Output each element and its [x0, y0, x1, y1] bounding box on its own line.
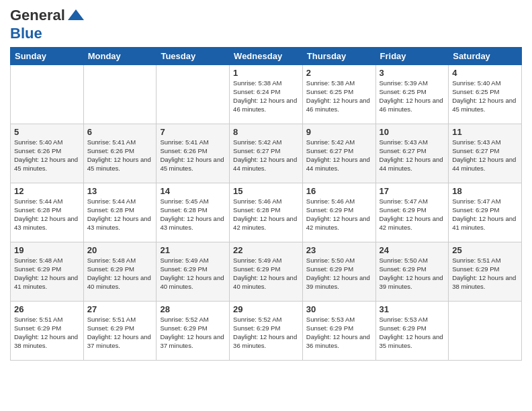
page-container: General Blue SundayMondayTuesdayWednesda…	[0, 0, 532, 367]
day-info: Sunrise: 5:48 AM Sunset: 6:29 PM Dayligh…	[87, 257, 153, 291]
weekday-thursday: Thursday	[302, 48, 375, 65]
week-row-3: 12 Sunrise: 5:44 AM Sunset: 6:28 PM Dayl…	[11, 183, 522, 242]
day-cell: 30 Sunrise: 5:53 AM Sunset: 6:29 PM Dayl…	[302, 302, 375, 361]
day-cell: 13 Sunrise: 5:44 AM Sunset: 6:28 PM Dayl…	[83, 183, 157, 242]
day-number: 28	[160, 304, 226, 314]
day-info: Sunrise: 5:46 AM Sunset: 6:28 PM Dayligh…	[233, 197, 299, 232]
day-cell	[11, 65, 84, 124]
day-number: 8	[233, 127, 299, 137]
day-number: 22	[233, 245, 299, 255]
day-cell	[157, 65, 230, 124]
calendar-table: SundayMondayTuesdayWednesdayThursdayFrid…	[10, 47, 522, 361]
day-info: Sunrise: 5:43 AM Sunset: 6:27 PM Dayligh…	[380, 138, 445, 173]
day-cell: 5 Sunrise: 5:40 AM Sunset: 6:26 PM Dayli…	[11, 124, 84, 183]
week-row-2: 5 Sunrise: 5:40 AM Sunset: 6:26 PM Dayli…	[11, 124, 522, 183]
day-info: Sunrise: 5:44 AM Sunset: 6:28 PM Dayligh…	[87, 197, 153, 232]
day-number: 3	[380, 68, 445, 78]
day-info: Sunrise: 5:51 AM Sunset: 6:29 PM Dayligh…	[452, 257, 518, 291]
weekday-monday: Monday	[83, 48, 157, 65]
day-info: Sunrise: 5:51 AM Sunset: 6:29 PM Dayligh…	[14, 316, 80, 350]
day-info: Sunrise: 5:38 AM Sunset: 6:24 PM Dayligh…	[233, 79, 299, 113]
day-info: Sunrise: 5:41 AM Sunset: 6:26 PM Dayligh…	[87, 138, 153, 173]
day-cell: 14 Sunrise: 5:45 AM Sunset: 6:28 PM Dayl…	[157, 183, 230, 242]
day-number: 27	[87, 304, 153, 314]
weekday-saturday: Saturday	[449, 48, 522, 65]
day-number: 15	[233, 186, 299, 196]
day-number: 7	[160, 127, 226, 137]
day-cell: 1 Sunrise: 5:38 AM Sunset: 6:24 PM Dayli…	[230, 65, 303, 124]
week-row-4: 19 Sunrise: 5:48 AM Sunset: 6:29 PM Dayl…	[11, 242, 522, 302]
day-cell	[449, 302, 522, 361]
day-info: Sunrise: 5:39 AM Sunset: 6:25 PM Dayligh…	[380, 79, 445, 113]
day-cell: 8 Sunrise: 5:42 AM Sunset: 6:27 PM Dayli…	[230, 124, 303, 183]
day-info: Sunrise: 5:47 AM Sunset: 6:29 PM Dayligh…	[452, 197, 518, 232]
day-number: 2	[306, 68, 372, 78]
day-info: Sunrise: 5:46 AM Sunset: 6:29 PM Dayligh…	[306, 197, 372, 232]
day-number: 25	[452, 245, 518, 255]
day-cell: 7 Sunrise: 5:41 AM Sunset: 6:26 PM Dayli…	[157, 124, 230, 183]
day-info: Sunrise: 5:49 AM Sunset: 6:29 PM Dayligh…	[233, 257, 299, 291]
day-cell: 2 Sunrise: 5:38 AM Sunset: 6:25 PM Dayli…	[302, 65, 375, 124]
day-cell: 22 Sunrise: 5:49 AM Sunset: 6:29 PM Dayl…	[230, 242, 303, 302]
svg-rect-1	[73, 16, 79, 20]
logo-blue: Blue	[10, 25, 42, 42]
week-row-5: 26 Sunrise: 5:51 AM Sunset: 6:29 PM Dayl…	[11, 302, 522, 361]
day-cell: 16 Sunrise: 5:46 AM Sunset: 6:29 PM Dayl…	[302, 183, 375, 242]
day-cell: 11 Sunrise: 5:43 AM Sunset: 6:27 PM Dayl…	[449, 124, 522, 183]
day-info: Sunrise: 5:52 AM Sunset: 6:29 PM Dayligh…	[233, 316, 299, 350]
day-info: Sunrise: 5:41 AM Sunset: 6:26 PM Dayligh…	[160, 138, 226, 173]
day-cell: 23 Sunrise: 5:50 AM Sunset: 6:29 PM Dayl…	[302, 242, 375, 302]
day-cell: 15 Sunrise: 5:46 AM Sunset: 6:28 PM Dayl…	[230, 183, 303, 242]
day-number: 19	[14, 245, 80, 255]
day-number: 6	[87, 127, 153, 137]
logo-icon	[66, 7, 85, 26]
day-cell: 12 Sunrise: 5:44 AM Sunset: 6:28 PM Dayl…	[11, 183, 84, 242]
calendar-body: 1 Sunrise: 5:38 AM Sunset: 6:24 PM Dayli…	[11, 65, 522, 361]
day-number: 23	[306, 245, 372, 255]
day-info: Sunrise: 5:42 AM Sunset: 6:27 PM Dayligh…	[306, 138, 372, 173]
day-cell	[83, 65, 157, 124]
day-number: 21	[160, 245, 226, 255]
page-header: General Blue	[10, 7, 522, 42]
day-info: Sunrise: 5:50 AM Sunset: 6:29 PM Dayligh…	[306, 257, 372, 291]
day-cell: 18 Sunrise: 5:47 AM Sunset: 6:29 PM Dayl…	[449, 183, 522, 242]
logo: General Blue	[10, 7, 85, 42]
day-cell: 25 Sunrise: 5:51 AM Sunset: 6:29 PM Dayl…	[449, 242, 522, 302]
weekday-wednesday: Wednesday	[230, 48, 303, 65]
logo-general: General	[10, 7, 65, 24]
day-cell: 28 Sunrise: 5:52 AM Sunset: 6:29 PM Dayl…	[157, 302, 230, 361]
day-number: 5	[14, 127, 80, 137]
day-number: 12	[14, 186, 80, 196]
day-cell: 26 Sunrise: 5:51 AM Sunset: 6:29 PM Dayl…	[11, 302, 84, 361]
weekday-tuesday: Tuesday	[157, 48, 230, 65]
day-cell: 24 Sunrise: 5:50 AM Sunset: 6:29 PM Dayl…	[375, 242, 449, 302]
day-cell: 31 Sunrise: 5:53 AM Sunset: 6:29 PM Dayl…	[375, 302, 449, 361]
day-number: 30	[306, 304, 372, 314]
day-info: Sunrise: 5:48 AM Sunset: 6:29 PM Dayligh…	[14, 257, 80, 291]
day-cell: 20 Sunrise: 5:48 AM Sunset: 6:29 PM Dayl…	[83, 242, 157, 302]
day-cell: 21 Sunrise: 5:49 AM Sunset: 6:29 PM Dayl…	[157, 242, 230, 302]
day-info: Sunrise: 5:40 AM Sunset: 6:26 PM Dayligh…	[14, 138, 80, 173]
day-info: Sunrise: 5:52 AM Sunset: 6:29 PM Dayligh…	[160, 316, 226, 350]
day-number: 26	[14, 304, 80, 314]
day-number: 24	[380, 245, 445, 255]
day-number: 13	[87, 186, 153, 196]
day-cell: 27 Sunrise: 5:51 AM Sunset: 6:29 PM Dayl…	[83, 302, 157, 361]
day-info: Sunrise: 5:50 AM Sunset: 6:29 PM Dayligh…	[380, 257, 445, 291]
weekday-sunday: Sunday	[11, 48, 84, 65]
day-info: Sunrise: 5:51 AM Sunset: 6:29 PM Dayligh…	[87, 316, 153, 350]
day-info: Sunrise: 5:38 AM Sunset: 6:25 PM Dayligh…	[306, 79, 372, 113]
day-info: Sunrise: 5:47 AM Sunset: 6:29 PM Dayligh…	[380, 197, 445, 232]
day-cell: 17 Sunrise: 5:47 AM Sunset: 6:29 PM Dayl…	[375, 183, 449, 242]
day-number: 14	[160, 186, 226, 196]
day-cell: 9 Sunrise: 5:42 AM Sunset: 6:27 PM Dayli…	[302, 124, 375, 183]
day-cell: 29 Sunrise: 5:52 AM Sunset: 6:29 PM Dayl…	[230, 302, 303, 361]
day-number: 4	[452, 68, 518, 78]
day-number: 11	[452, 127, 518, 137]
day-number: 9	[306, 127, 372, 137]
day-number: 17	[380, 186, 445, 196]
day-number: 31	[380, 304, 445, 314]
day-info: Sunrise: 5:44 AM Sunset: 6:28 PM Dayligh…	[14, 197, 80, 232]
day-info: Sunrise: 5:40 AM Sunset: 6:25 PM Dayligh…	[452, 79, 518, 113]
day-number: 20	[87, 245, 153, 255]
